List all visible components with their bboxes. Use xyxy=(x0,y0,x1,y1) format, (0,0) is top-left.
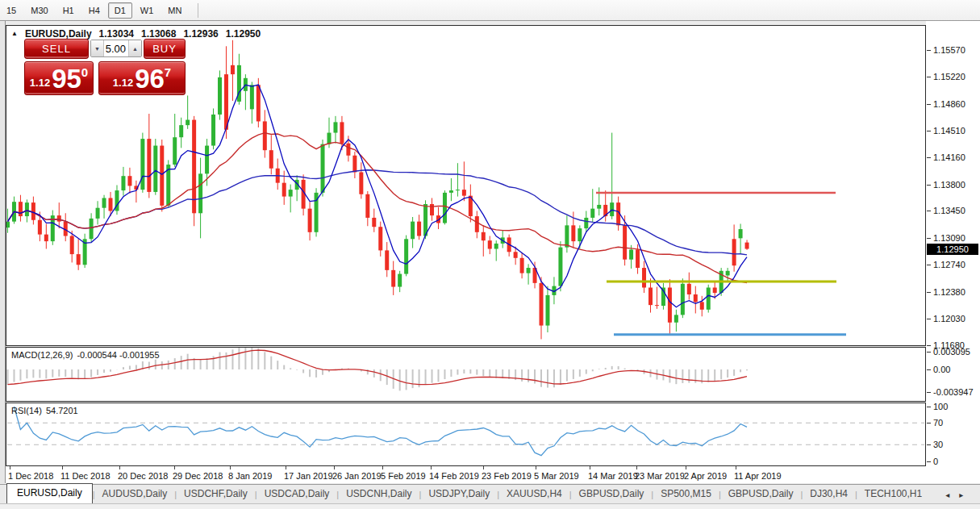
price-tick-mark xyxy=(927,265,931,265)
date-label: 5 Feb 2019 xyxy=(381,471,426,481)
bottom-tab-usdchf-daily[interactable]: USDCHF,Daily xyxy=(177,485,255,503)
timeframe-button-15[interactable]: 15 xyxy=(0,2,23,19)
bottom-tab-audusd-daily[interactable]: AUDUSD,Daily xyxy=(95,485,175,503)
price-tick-mark xyxy=(927,131,931,131)
buy-button[interactable]: BUY xyxy=(144,39,186,59)
bottom-tab-xauusd-h4[interactable]: XAUUSD,H4 xyxy=(499,485,569,503)
date-label: 1 Dec 2018 xyxy=(8,471,53,481)
price-tick-mark xyxy=(927,104,931,105)
date-tick-mark xyxy=(736,466,736,469)
timeframe-button-m30[interactable]: M30 xyxy=(24,2,54,19)
bottom-tab-usdcad-daily[interactable]: USDCAD,Daily xyxy=(257,485,337,503)
date-tick-mark xyxy=(286,466,286,469)
date-label: 29 Dec 2018 xyxy=(173,471,223,481)
date-label: 8 Jan 2019 xyxy=(228,471,272,481)
date-tick-mark xyxy=(636,466,637,469)
macd-tick-label: 0.003095 xyxy=(933,347,970,357)
macd-tick-label: -0.003947 xyxy=(933,387,974,397)
volume-increase-icon[interactable]: ▲ xyxy=(128,40,141,56)
sell-price-button[interactable]: 1.12 95 0 xyxy=(24,61,94,95)
window-frame-strip xyxy=(0,21,6,483)
ohlc-low: 1.12936 xyxy=(183,28,218,40)
macd-tick-label: 0.00 xyxy=(933,365,950,374)
date-tick-mark xyxy=(334,466,335,469)
rsi-tick-mark xyxy=(927,461,931,462)
timeframe-toolbar: 15M30H1H4D1W1MN xyxy=(0,0,980,21)
timeframe-button-d1[interactable]: D1 xyxy=(108,2,132,19)
price-tick-mark xyxy=(927,50,931,51)
timeframe-button-w1[interactable]: W1 xyxy=(134,2,161,19)
timeframe-button-h4[interactable]: H4 xyxy=(82,2,106,19)
bottom-tab-sp500-m15[interactable]: SP500,M15 xyxy=(653,485,719,503)
bottom-tab-tech100-h1[interactable]: TECH100,H1 xyxy=(857,485,929,503)
tabs-scroll-right-icon[interactable]: ▸ xyxy=(954,487,968,503)
price-tick-label: 1.12740 xyxy=(933,260,965,269)
price-tick-mark xyxy=(927,238,931,239)
price-tick-label: 1.13800 xyxy=(933,180,965,190)
date-label: 23 Mar 2019 xyxy=(635,471,685,481)
price-tick-label: 1.14860 xyxy=(933,99,965,109)
price-tick-label: 1.14160 xyxy=(933,152,965,162)
buy-price-button[interactable]: 1.12 96 7 xyxy=(98,61,186,95)
price-tick-label: 1.15220 xyxy=(933,72,965,81)
one-click-trade-panel: SELL ▼ 5.00 ▲ BUY 1.12 95 0 1.12 96 7 xyxy=(24,38,186,96)
ohlc-close: 1.12950 xyxy=(226,28,261,40)
rsi-tick-mark xyxy=(927,407,931,407)
price-tick-label: 1.12380 xyxy=(933,287,965,297)
rsi-tick-label: 0 xyxy=(933,457,938,466)
date-tick-mark xyxy=(62,466,63,469)
date-label: 11 Apr 2019 xyxy=(734,471,782,481)
macd-label: MACD(12,26,9)-0.000544 -0.001955 xyxy=(11,350,160,360)
date-tick-mark xyxy=(119,466,120,469)
date-tick-mark xyxy=(686,466,686,469)
date-label: 14 Feb 2019 xyxy=(429,471,479,481)
price-tick-mark xyxy=(927,77,931,77)
price-tick-label: 1.13090 xyxy=(933,233,965,243)
buy-price-sup: 7 xyxy=(165,65,171,79)
bottom-tab-gbpusd-daily[interactable]: GBPUSD,Daily xyxy=(721,485,801,503)
price-tick-mark xyxy=(927,345,931,346)
toolbar-separator xyxy=(198,3,198,18)
date-tick-mark xyxy=(536,466,536,469)
date-label: 23 Feb 2019 xyxy=(482,471,532,481)
price-tick-mark xyxy=(927,292,931,293)
sell-price-big: 95 xyxy=(52,65,81,92)
date-label: 5 Mar 2019 xyxy=(534,471,579,481)
bottom-tab-gbpusd-daily[interactable]: GBPUSD,Daily xyxy=(572,485,652,503)
timeframe-button-mn[interactable]: MN xyxy=(161,2,188,19)
date-tick-mark xyxy=(483,466,484,469)
rsi-tick-mark xyxy=(927,444,931,445)
time-axis: 1 Dec 201811 Dec 201820 Dec 201829 Dec 2… xyxy=(6,466,926,483)
chart-tabbar: EURUSD,Daily|AUDUSD,Daily|USDCHF,Daily|U… xyxy=(0,484,980,503)
price-tick-label: 1.12030 xyxy=(933,314,965,323)
bottom-tab-usdcnh-daily[interactable]: USDCNH,Daily xyxy=(339,485,419,503)
date-tick-mark xyxy=(174,466,175,469)
rsi-tick-label: 70 xyxy=(933,418,943,428)
sell-price-small: 1.12 xyxy=(30,77,50,89)
buy-price-small: 1.12 xyxy=(113,77,133,89)
bottom-tab-dj30-h4[interactable]: DJ30,H4 xyxy=(803,485,855,503)
collapse-panel-icon[interactable]: ▲ xyxy=(11,30,18,37)
timeframe-button-h1[interactable]: H1 xyxy=(56,2,81,19)
volume-stepper: ▼ 5.00 ▲ xyxy=(90,40,142,57)
date-label: 20 Dec 2018 xyxy=(118,471,168,481)
volume-decrease-icon[interactable]: ▼ xyxy=(91,40,104,56)
bottom-strip xyxy=(0,503,980,509)
date-tick-mark xyxy=(10,466,10,469)
macd-tick-mark xyxy=(927,392,931,393)
price-tick-label: 1.15570 xyxy=(933,45,965,55)
date-label: 14 Mar 2019 xyxy=(588,471,638,481)
volume-value[interactable]: 5.00 xyxy=(104,40,128,56)
rsi-indicator xyxy=(6,403,925,465)
buy-price-big: 96 xyxy=(135,65,165,92)
price-tick-mark xyxy=(927,157,931,158)
sell-button[interactable]: SELL xyxy=(24,39,89,59)
current-price-tag: 1.12950 xyxy=(927,244,978,255)
price-axis: 1.155701.152201.148601.145101.141601.138… xyxy=(926,21,980,483)
bottom-tab-usdjpy-daily[interactable]: USDJPY,Daily xyxy=(421,485,497,503)
tabs-scroll-left-icon[interactable]: ◂ xyxy=(940,487,954,503)
date-tick-mark xyxy=(230,466,231,469)
rsi-tick-label: 30 xyxy=(933,440,943,449)
bottom-tab-eurusd-daily[interactable]: EURUSD,Daily xyxy=(6,483,93,503)
price-tick-label: 1.13450 xyxy=(933,206,965,215)
